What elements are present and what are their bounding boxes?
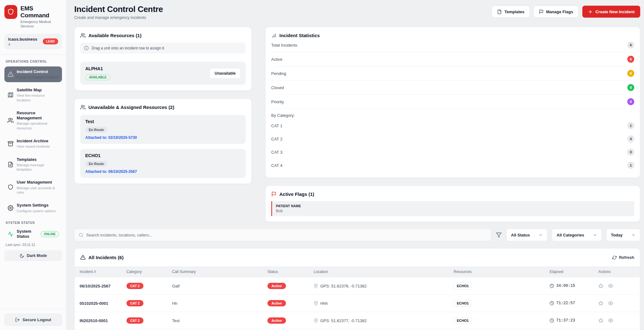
- stat-row-priority: Priority 0: [271, 95, 634, 109]
- sidebar-item-satellite-map[interactable]: Satellite Map View live resource locatio…: [4, 85, 62, 105]
- eye-icon[interactable]: [608, 301, 613, 306]
- sidebar-item-templates[interactable]: Templates Manage message templates: [4, 154, 62, 175]
- resource-name: Test: [85, 119, 241, 124]
- eye-icon[interactable]: [608, 318, 613, 323]
- page-subtitle: Create and manage emergency incidents: [74, 15, 163, 20]
- resource-name: ALPHA1: [85, 66, 110, 71]
- brand-title: EMS Command: [20, 5, 62, 19]
- stat-value-badge: 4: [627, 135, 634, 142]
- assigned-item-echo1[interactable]: ECHO1 En Route Attached to: 06/10/2025-2…: [80, 149, 246, 178]
- map-pin-icon: [314, 301, 318, 305]
- system-status-row: System Status ONLINE: [4, 228, 62, 239]
- all-incidents-title: All Incidents (6): [88, 255, 124, 260]
- last-sync: Last sync: 23:11:11: [6, 243, 61, 247]
- incident-statistics-card: Incident Statistics Total Incidents 6 Ac…: [265, 27, 640, 178]
- stat-row-closed: Closed 0: [271, 81, 634, 95]
- manage-flags-label: Manage Flags: [546, 9, 573, 14]
- resource-chip[interactable]: ECHO1: [454, 282, 472, 289]
- sidebar-item-incident-archive[interactable]: Incident Archive View closed incidents: [4, 136, 62, 152]
- en-route-badge: En Route: [85, 161, 107, 167]
- secure-logout-button[interactable]: Secure Logout: [4, 314, 62, 326]
- eye-icon[interactable]: [608, 283, 613, 288]
- star-icon[interactable]: [598, 283, 603, 288]
- unavailable-resources-title: Unavailable & Assigned Resources (2): [88, 105, 174, 110]
- status-filter-select[interactable]: All Status: [506, 229, 547, 241]
- star-icon[interactable]: [598, 301, 603, 306]
- stat-label: CAT 3: [271, 150, 283, 155]
- user-card[interactable]: lcass.business 4 LEAD: [4, 34, 62, 49]
- available-badge: AVAILABLE: [85, 74, 110, 80]
- date-filter-select[interactable]: Today: [606, 229, 640, 241]
- create-new-incident-button[interactable]: Create New Incident: [582, 6, 640, 18]
- category-filter-value: All Categories: [557, 233, 584, 237]
- table-row[interactable]: IN202510-0001 CAT 2 Test Active GPS: 51.…: [75, 312, 640, 329]
- assigned-item-test[interactable]: Test En Route Attached to: 02/10/2025-57…: [80, 115, 246, 144]
- col-call-summary: Call Summary: [172, 270, 267, 274]
- stat-row-total: Total Incidents 6: [271, 38, 634, 52]
- en-route-badge: En Route: [85, 127, 107, 133]
- resource-name: ECHO1: [85, 153, 241, 158]
- sidebar-item-sub: View closed incidents: [17, 144, 50, 149]
- stat-label: Closed: [271, 85, 284, 90]
- create-new-incident-label: Create New Incident: [596, 9, 635, 14]
- available-resources-card: Available Resources (1) Drag a unit onto…: [74, 27, 252, 91]
- col-actions: Actions: [598, 270, 640, 274]
- resource-chip[interactable]: ECHO1: [454, 317, 472, 324]
- dark-mode-button[interactable]: Dark Mode: [4, 250, 62, 261]
- stat-row-cat1: CAT 1 1: [271, 119, 634, 132]
- elapsed-time: 34:00:15: [556, 284, 575, 288]
- stat-value-badge: 6: [627, 42, 634, 48]
- plus-icon: [588, 9, 593, 14]
- info-icon: [84, 46, 89, 50]
- call-summary: Galf: [172, 284, 267, 288]
- active-flags-card: Active Flags (1) PATIENT NAME Bob: [265, 185, 640, 222]
- resource-chip[interactable]: ECHO1: [454, 300, 472, 307]
- table-row[interactable]: 06/10/2025-2567 CAT 2 Galf Active GPS: 5…: [75, 277, 640, 294]
- col-resources: Resources: [454, 270, 550, 274]
- sidebar-item-resource-management[interactable]: Resource Management Manage operational r…: [4, 108, 62, 133]
- stat-label: CAT 1: [271, 123, 283, 128]
- col-status: Status: [267, 270, 314, 274]
- sidebar-item-system-settings[interactable]: System Settings Configure system options: [4, 200, 62, 216]
- attached-to-link[interactable]: Attached to: 06/10/2025-2567: [85, 169, 241, 174]
- status-badge: Active: [267, 317, 286, 324]
- sidebar-item-user-management[interactable]: User Management Manage user accounts & r…: [4, 177, 62, 197]
- location-text: GPS: 51.62376, -0.71382: [320, 284, 367, 288]
- user-count: 4: [8, 43, 37, 46]
- sidebar: EMS Command Emergency Medical Services l…: [0, 0, 67, 330]
- flag-item[interactable]: PATIENT NAME Bob: [271, 201, 634, 216]
- templates-button[interactable]: Templates: [492, 6, 529, 18]
- system-status-label: System Status: [17, 229, 37, 239]
- sidebar-item-label: System Settings: [17, 203, 56, 208]
- refresh-button[interactable]: Refresh: [612, 255, 634, 260]
- archive-icon: [8, 141, 14, 147]
- search-input[interactable]: [86, 233, 487, 237]
- secure-logout-label: Secure Logout: [22, 317, 51, 322]
- attached-to-link[interactable]: Attached to: 02/10/2025-5730: [85, 135, 241, 140]
- col-location: Location: [314, 270, 454, 274]
- online-badge: ONLINE: [41, 231, 59, 237]
- chevron-down-icon: [631, 233, 636, 237]
- available-resources-title: Available Resources (1): [88, 33, 142, 38]
- flag-value: Bob: [276, 209, 630, 213]
- section-system-status: SYSTEM STATUS: [6, 221, 61, 225]
- refresh-label: Refresh: [619, 255, 634, 260]
- lead-badge: LEAD: [43, 38, 58, 44]
- sidebar-item-incident-control[interactable]: Incident Control Create & manage inciden…: [4, 66, 62, 82]
- resource-item-alpha1[interactable]: ALPHA1 AVAILABLE Unavailable: [80, 62, 246, 85]
- category-badge: CAT 2: [126, 317, 143, 324]
- manage-flags-button[interactable]: Manage Flags: [534, 6, 579, 18]
- search-icon: [79, 233, 83, 237]
- section-operations-control: OPERATIONS CONTROL: [6, 60, 61, 63]
- set-unavailable-button[interactable]: Unavailable: [210, 68, 241, 79]
- category-filter-select[interactable]: All Categories: [552, 229, 602, 241]
- stat-row-cat2: CAT 2 4: [271, 132, 634, 145]
- stat-label: Active: [271, 57, 282, 62]
- chevron-down-icon: [539, 233, 543, 237]
- active-flags-title: Active Flags (1): [279, 191, 314, 197]
- bar-chart-icon: [271, 33, 277, 38]
- stat-value-badge: 1: [627, 162, 634, 169]
- table-row[interactable]: 05102025-0001 CAT 2 Hh Active Hhh ECHO1 …: [75, 294, 640, 312]
- chevron-down-icon: [593, 233, 597, 237]
- star-icon[interactable]: [598, 318, 603, 323]
